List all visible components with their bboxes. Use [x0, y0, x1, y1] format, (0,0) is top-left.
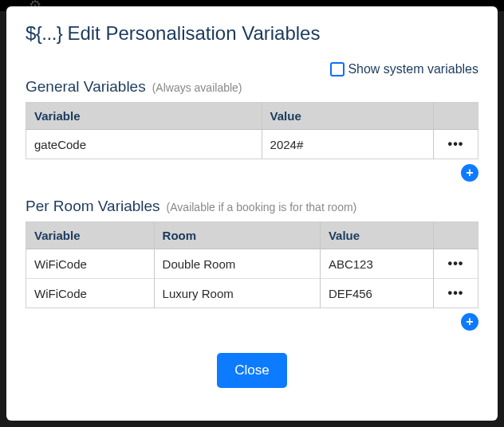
- per-room-col-actions: [434, 222, 478, 249]
- general-add-row: +: [26, 164, 478, 182]
- modal-footer: Close: [26, 353, 478, 388]
- row-actions-icon[interactable]: •••: [442, 257, 470, 271]
- title-text: Edit Personalisation Variables: [67, 22, 320, 45]
- per-room-col-variable: Variable: [26, 222, 155, 249]
- plus-icon: +: [466, 166, 473, 179]
- show-system-checkbox[interactable]: [330, 62, 345, 76]
- show-system-variables-row: Show system variables: [26, 62, 478, 76]
- plus-icon: +: [466, 315, 473, 328]
- per-room-col-value: Value: [320, 222, 433, 249]
- table-row: WiFiCode Double Room ABC123 •••: [26, 249, 478, 279]
- table-row: WiFiCode Luxury Room DEF456 •••: [26, 279, 478, 308]
- general-col-value: Value: [262, 103, 433, 130]
- per-room-heading-hint: (Available if a booking is for that room…: [167, 201, 357, 214]
- per-room-col-room: Room: [154, 222, 320, 249]
- general-cell-value: 2024#: [262, 130, 433, 159]
- general-heading-text: General Variables: [26, 78, 146, 96]
- general-variables-table: Variable Value gateCode 2024# •••: [26, 102, 478, 159]
- edit-personalisation-modal: ${...} Edit Personalisation Variables Sh…: [6, 6, 498, 421]
- show-system-label[interactable]: Show system variables: [348, 62, 478, 76]
- general-col-variable: Variable: [26, 103, 262, 130]
- per-room-cell-room: Luxury Room: [154, 279, 320, 308]
- modal-title: ${...} Edit Personalisation Variables: [26, 22, 478, 45]
- table-row: gateCode 2024# •••: [26, 130, 478, 159]
- add-per-room-variable-button[interactable]: +: [461, 313, 478, 331]
- title-prefix: ${...}: [26, 22, 62, 45]
- general-variables-heading: General Variables (Always available): [26, 78, 478, 96]
- general-heading-hint: (Always available): [152, 81, 242, 94]
- per-room-variables-heading: Per Room Variables (Available if a booki…: [26, 198, 478, 215]
- row-actions-icon[interactable]: •••: [442, 137, 470, 151]
- per-room-cell-variable: WiFiCode: [26, 249, 155, 279]
- per-room-cell-value: DEF456: [320, 279, 433, 308]
- per-room-heading-text: Per Room Variables: [26, 198, 160, 215]
- per-room-cell-value: ABC123: [320, 249, 433, 279]
- general-cell-variable: gateCode: [26, 130, 262, 159]
- per-room-add-row: +: [26, 313, 478, 331]
- general-col-actions: [434, 103, 478, 130]
- per-room-cell-room: Double Room: [154, 249, 320, 279]
- per-room-variables-table: Variable Room Value WiFiCode Double Room…: [26, 221, 478, 308]
- close-button[interactable]: Close: [217, 353, 286, 388]
- row-actions-icon[interactable]: •••: [442, 286, 470, 300]
- per-room-cell-variable: WiFiCode: [26, 279, 155, 308]
- add-general-variable-button[interactable]: +: [461, 164, 478, 182]
